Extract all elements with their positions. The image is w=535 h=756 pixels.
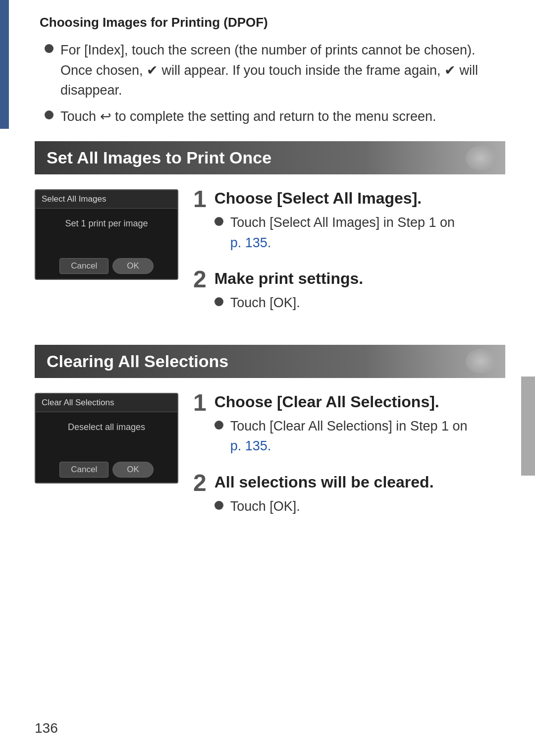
section1-steps: 1 Choose [Select All Images]. Touch [Sel… <box>193 189 505 330</box>
section1-step1-text: Choose [Select All Images]. Touch [Selec… <box>214 189 505 256</box>
step-number-2: 2 <box>193 471 207 495</box>
section2-layout: Clear All Selections Deselect all images… <box>35 393 505 534</box>
section1-step1-bullet-text: Touch [Select All Images] in Step 1 on p… <box>230 213 455 253</box>
section2-step2-bullet: Touch [OK]. <box>214 496 505 517</box>
step-number-1: 1 <box>193 187 207 211</box>
intro-bullet-2: Touch ↩ to complete the setting and retu… <box>45 107 505 127</box>
section1-step2-bullet: Touch [OK]. <box>214 293 505 313</box>
bullet-dot-icon <box>214 297 223 306</box>
screen-mockup-1: Select All Images Set 1 print per image … <box>35 189 178 280</box>
section1-step2: 2 Make print settings. Touch [OK]. <box>193 270 505 316</box>
section2-step1-bullet: Touch [Clear All Selections] in Step 1 o… <box>214 416 505 456</box>
section2-step2: 2 All selections will be cleared. Touch … <box>193 473 505 520</box>
screen2-body: Deselect all images <box>36 412 177 457</box>
screen1-body: Set 1 print per image <box>36 209 177 253</box>
page-header-title: Choosing Images for Printing (DPOF) <box>35 15 505 30</box>
section2-step1-bullet-text: Touch [Clear All Selections] in Step 1 o… <box>230 416 468 456</box>
section2-header: Clearing All Selections <box>35 345 505 378</box>
intro-bullet-1: For [Index], touch the screen (the numbe… <box>45 40 505 101</box>
screen2-cancel-btn: Cancel <box>59 462 108 478</box>
left-accent-bar <box>0 0 9 129</box>
section1-step2-heading: Make print settings. <box>214 270 505 288</box>
section1-step1-heading: Choose [Select All Images]. <box>214 189 505 208</box>
section1-header: Set All Images to Print Once <box>35 141 505 174</box>
section2-step2-heading: All selections will be cleared. <box>214 473 505 491</box>
section1-layout: Select All Images Set 1 print per image … <box>35 189 505 330</box>
step-number-2: 2 <box>193 268 207 291</box>
intro-bullets: For [Index], touch the screen (the numbe… <box>35 40 505 126</box>
bullet-dot-icon <box>45 44 54 53</box>
section1-step1: 1 Choose [Select All Images]. Touch [Sel… <box>193 189 505 256</box>
step-number-1: 1 <box>193 391 207 415</box>
screen1-cancel-btn: Cancel <box>59 258 108 274</box>
page: Choosing Images for Printing (DPOF) For … <box>0 0 535 756</box>
bullet-dot-icon <box>214 421 223 430</box>
screen1-ok-btn: OK <box>112 258 154 274</box>
page-number: 136 <box>35 720 58 736</box>
right-scroll-bar <box>521 377 535 476</box>
section2-step1-link[interactable]: p. 135. <box>230 438 271 453</box>
section2-step1-heading: Choose [Clear All Selections]. <box>214 393 505 411</box>
bullet-dot-icon <box>214 501 223 510</box>
section2-steps: 1 Choose [Clear All Selections]. Touch [… <box>193 393 505 534</box>
screen1-title: Select All Images <box>36 190 177 209</box>
section1-step1-bullet: Touch [Select All Images] in Step 1 on p… <box>214 213 505 253</box>
section2-step1-text: Choose [Clear All Selections]. Touch [Cl… <box>214 393 505 459</box>
bullet-dot-icon <box>45 110 54 119</box>
screen2-buttons: Cancel OK <box>36 457 177 483</box>
screen-mockup-2: Clear All Selections Deselect all images… <box>35 393 178 484</box>
section1-step2-text: Make print settings. Touch [OK]. <box>214 270 505 316</box>
screen2-ok-btn: OK <box>112 462 154 478</box>
screen2-title: Clear All Selections <box>36 394 177 412</box>
screen1-buttons: Cancel OK <box>36 253 177 279</box>
section2-step1: 1 Choose [Clear All Selections]. Touch [… <box>193 393 505 459</box>
section1-step1-link[interactable]: p. 135. <box>230 235 271 250</box>
section2-step2-text: All selections will be cleared. Touch [O… <box>214 473 505 520</box>
bullet-dot-icon <box>214 217 223 226</box>
